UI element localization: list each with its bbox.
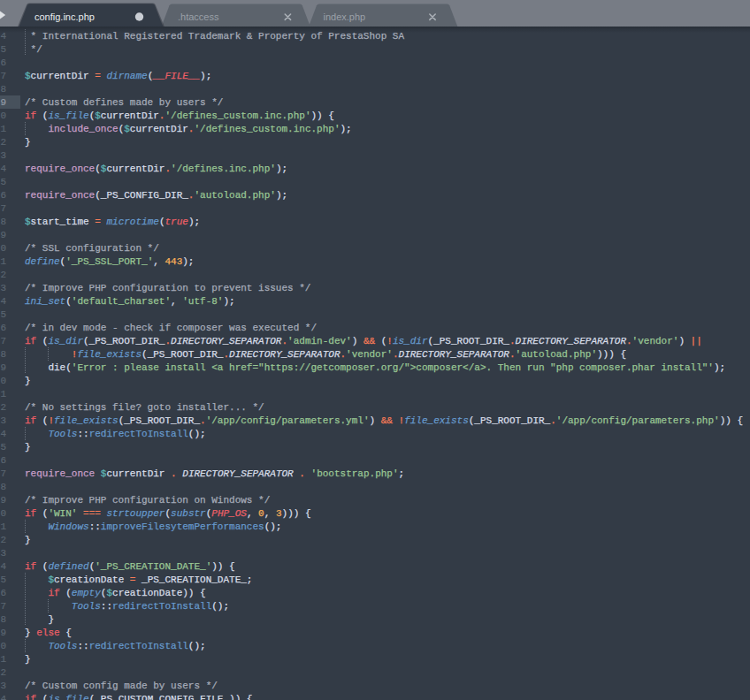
svg-text:config.inc.php: config.inc.php <box>34 11 95 22</box>
svg-text:index.php: index.php <box>324 11 366 22</box>
svg-text:.htaccess: .htaccess <box>178 11 219 22</box>
